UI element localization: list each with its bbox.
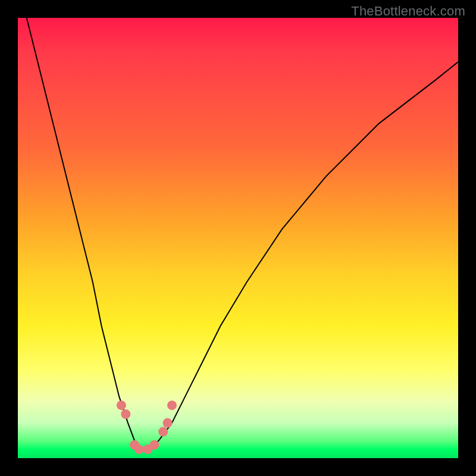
data-marker [163,418,173,428]
watermark-text: TheBottleneck.com [351,4,465,19]
chart-svg [18,18,458,458]
data-marker [149,440,159,450]
chart-frame: TheBottleneck.com [0,0,476,476]
data-marker [121,409,130,419]
data-marker [117,400,126,410]
marker-group [117,400,177,454]
bottleneck-curve [27,18,458,449]
data-marker [167,400,177,410]
plot-area [18,18,458,458]
data-marker [134,444,144,454]
data-marker [158,427,168,437]
